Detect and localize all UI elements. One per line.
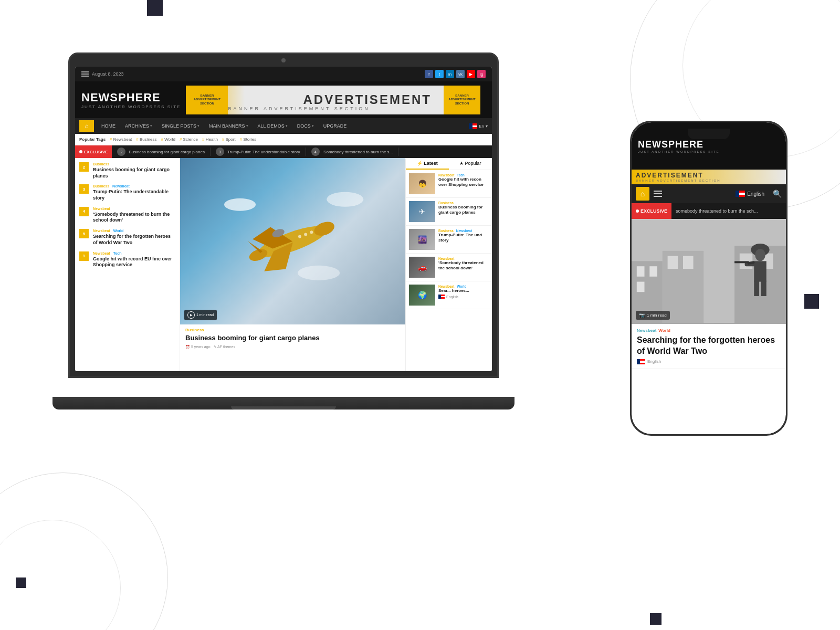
- svg-rect-17: [637, 282, 645, 292]
- featured-title: Business booming for giant cargo planes: [185, 334, 400, 343]
- tag-stories[interactable]: Stories: [240, 137, 257, 142]
- site-nav: ⌂ HOME ARCHIVES ▾ SINGLE POSTS ▾ MAIN BA…: [75, 118, 492, 134]
- list-item[interactable]: 3 Business Newsbeat Trump-Putin: The und…: [79, 184, 175, 201]
- breaking-text-4: 'Somebody threatened to burn the s...: [323, 150, 393, 154]
- phone-feat-lang: English: [637, 359, 781, 364]
- phone-notch: [688, 129, 730, 139]
- nav-item-all-demos[interactable]: ALL DEMOS ▾: [254, 121, 292, 131]
- right-thumb-image: 🌍: [409, 285, 435, 306]
- breaking-item-2[interactable]: 3 Trump-Putin: The understandable story: [211, 148, 306, 156]
- breaking-num-3: 3: [216, 148, 224, 156]
- breaking-num-2: 2: [117, 148, 125, 156]
- list-cat: Business Newsbeat: [93, 184, 175, 188]
- phone-feat-title: Searching for the forgotten heroes of Wo…: [637, 335, 781, 357]
- list-cat: Business: [93, 162, 175, 166]
- right-thumb-image: 👦: [409, 173, 435, 194]
- tag-science[interactable]: Science: [180, 137, 198, 142]
- svg-rect-16: [649, 266, 657, 277]
- list-cat: Newsbeat World: [93, 229, 175, 233]
- language-button[interactable]: En ▾: [469, 123, 488, 129]
- featured-author: ✎ AF themes: [214, 345, 235, 349]
- phone-body: NEWSPHERE JUST ANOTHER WORDPRESS SITE AD…: [630, 121, 788, 436]
- phone-search-icon[interactable]: 🔍: [773, 190, 782, 198]
- breaking-item-3[interactable]: 4 'Somebody threatened to burn the s...: [306, 148, 399, 156]
- svg-point-12: [298, 265, 340, 280]
- phone-nav-home-button[interactable]: ⌂: [636, 187, 649, 201]
- phone-hamburger-icon[interactable]: [654, 191, 662, 197]
- list-item-content: Newsbeat World Searching for the forgott…: [93, 229, 175, 246]
- laptop-camera: [281, 58, 286, 62]
- right-list-item[interactable]: ✈ Business Business booming for giant ca…: [406, 198, 492, 226]
- right-cat: Newsbeat: [438, 257, 489, 260]
- twitter-icon[interactable]: t: [435, 70, 444, 78]
- phone-lang-button[interactable]: English: [736, 191, 764, 197]
- phone-logo-main: NEWSPHERE: [638, 139, 780, 150]
- instagram-icon[interactable]: ig: [477, 70, 486, 78]
- ad-sub-text: BANNER ADVERTISEMENT SECTION: [228, 106, 370, 111]
- right-list-item[interactable]: 🌆 Business Newsbeat Trump-Putin: The und…: [406, 226, 492, 254]
- lightning-icon: ⚡: [417, 161, 423, 166]
- tag-newsbeat[interactable]: Newsbeat: [110, 137, 132, 142]
- home-icon: ⌂: [85, 122, 88, 130]
- phone-ad-sub: BANNER ADVERTISEMENT SECTION: [636, 179, 720, 182]
- phone-screen: NEWSPHERE JUST ANOTHER WORDPRESS SITE AD…: [632, 122, 786, 434]
- svg-rect-30: [754, 281, 759, 296]
- nav-item-upgrade[interactable]: UPGRADE: [319, 121, 351, 131]
- nav-item-home[interactable]: HOME: [97, 121, 120, 131]
- site-logo: NEWSPHERE JUST ANOTHER WORDPRESS SITE: [81, 91, 181, 109]
- right-title: Google hit with recon over Shopping serv…: [438, 177, 489, 188]
- site-header: NEWSPHERE JUST ANOTHER WORDPRESS SITE BA…: [75, 81, 492, 118]
- list-num: 3: [79, 184, 89, 194]
- phone-nav: ⌂ English 🔍: [632, 184, 786, 203]
- facebook-icon[interactable]: f: [425, 70, 433, 78]
- phone-ad-main: ADVERTISEMENT: [636, 172, 720, 179]
- linkedin-icon[interactable]: in: [446, 70, 454, 78]
- svg-point-11: [327, 192, 364, 206]
- right-item-content: Business Business booming for giant carg…: [438, 201, 489, 222]
- right-title: Trump-Putin: The und story: [438, 233, 489, 244]
- right-list-item[interactable]: 🌍 Newsbeat World Sear... heroes... Engli…: [406, 281, 492, 309]
- featured-article[interactable]: ▶ 1 min read Business Business booming f…: [180, 158, 405, 371]
- right-cat: Business Newsbeat: [438, 229, 489, 233]
- tabs-header: ⚡Latest ★Popular: [406, 158, 492, 170]
- lang-english-label: English: [446, 295, 458, 299]
- hamburger-menu-icon[interactable]: [81, 71, 89, 77]
- breaking-item-1[interactable]: 2 Business booming for giant cargo plane…: [112, 148, 211, 156]
- phone-cat-world: World: [658, 328, 670, 333]
- list-title: Google hit with record EU fine over Shop…: [93, 256, 175, 268]
- youtube-icon[interactable]: ▶: [467, 70, 475, 78]
- list-item[interactable]: 5 Newsbeat World Searching for the forgo…: [79, 229, 175, 246]
- advertisement-banner: BANNERADVERTISEMENTSECTION ADVERTISEMENT…: [186, 86, 480, 114]
- nav-right: En ▾: [469, 123, 488, 129]
- list-item-content: Newsbeat Tech Google hit with record EU …: [93, 251, 175, 268]
- tag-health[interactable]: Health: [202, 137, 218, 142]
- nav-item-main-banners[interactable]: MAIN BANNERS ▾: [205, 121, 253, 131]
- featured-info: Business Business booming for giant carg…: [180, 324, 405, 352]
- tag-business[interactable]: Business: [136, 137, 156, 142]
- phone-featured-info: Newsbeat World Searching for the forgott…: [632, 324, 786, 369]
- site-main: 2 Business Business booming for giant ca…: [75, 158, 492, 371]
- phone-read-time-text: 1 min read: [647, 313, 667, 318]
- list-num: 5: [79, 229, 89, 238]
- tab-popular[interactable]: ★Popular: [449, 158, 492, 170]
- nav-item-single-posts[interactable]: SINGLE POSTS ▾: [158, 121, 204, 131]
- tab-latest[interactable]: ⚡Latest: [406, 158, 449, 170]
- nav-item-archives[interactable]: ARCHIVES ▾: [121, 121, 156, 131]
- list-item[interactable]: 2 Business Business booming for giant ca…: [79, 162, 175, 179]
- right-item-content: Business Newsbeat Trump-Putin: The und s…: [438, 229, 489, 250]
- svg-point-25: [755, 249, 765, 261]
- live-dot: [79, 150, 82, 153]
- ad-main-text: ADVERTISEMENT: [217, 92, 480, 107]
- right-list-item[interactable]: 👦 Newsbeat Tech Google hit with recon ov…: [406, 170, 492, 198]
- list-item[interactable]: 1 Newsbeat Tech Google hit with record E…: [79, 251, 175, 268]
- list-item[interactable]: 4 Newsbeat 'Somebody threatened to burn …: [79, 207, 175, 224]
- tag-sport[interactable]: Sport: [222, 137, 236, 142]
- phone-feat-cats: Newsbeat World: [637, 328, 781, 333]
- nav-home-button[interactable]: ⌂: [79, 120, 94, 132]
- tag-world[interactable]: World: [161, 137, 175, 142]
- right-list-item[interactable]: 🚗 Newsbeat 'Somebody threatened the scho…: [406, 254, 492, 281]
- vk-icon[interactable]: vk: [456, 70, 465, 78]
- nav-item-docs[interactable]: DOCS ▾: [293, 121, 318, 131]
- svg-rect-19: [668, 256, 678, 269]
- phone-flag-icon: [736, 191, 745, 197]
